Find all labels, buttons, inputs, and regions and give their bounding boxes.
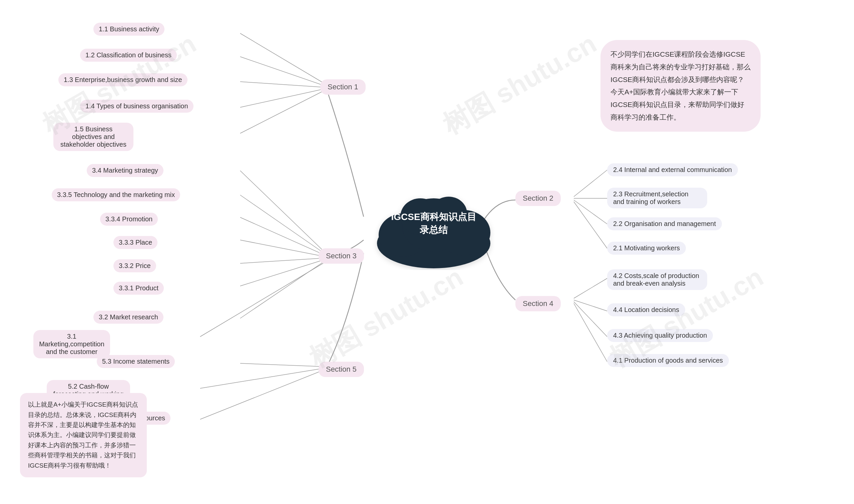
node-3-4: 3.4 Marketing strategy bbox=[87, 164, 163, 177]
svg-line-21 bbox=[574, 300, 607, 311]
node-1-4: 1.4 Types of business organisation bbox=[80, 100, 193, 113]
svg-line-7 bbox=[240, 217, 325, 255]
svg-line-8 bbox=[240, 240, 325, 257]
svg-line-12 bbox=[200, 262, 325, 337]
svg-line-10 bbox=[240, 259, 325, 286]
section2-label: Section 2 bbox=[516, 191, 561, 206]
svg-line-22 bbox=[574, 302, 607, 337]
node-1-2: 1.2 Classification of business bbox=[80, 49, 177, 62]
watermark-3: 树图 shutu.cn bbox=[303, 259, 470, 376]
node-2-1: 2.1 Motivating workers bbox=[607, 242, 686, 255]
node-2-3: 2.3 Recruitment,selection and training o… bbox=[607, 188, 707, 208]
node-5-3: 5.3 Income statements bbox=[97, 355, 175, 368]
node-3-3-4: 3.3.4 Promotion bbox=[100, 213, 158, 226]
node-1-3: 1.3 Enterprise,business growth and size bbox=[58, 73, 188, 86]
svg-line-3 bbox=[240, 89, 325, 107]
section1-label: Section 1 bbox=[320, 79, 366, 95]
node-3-2: 3.2 Market research bbox=[93, 311, 163, 324]
node-4-3: 4.3 Achieving quality production bbox=[607, 329, 713, 342]
cloud-center: IGCSE商科知识点目录总结 bbox=[364, 177, 504, 270]
node-4-4: 4.4 Location decisions bbox=[607, 303, 685, 316]
svg-line-6 bbox=[240, 195, 325, 254]
cloud-title: IGCSE商科知识点目录总结 bbox=[387, 210, 481, 236]
info-bubble: 不少同学们在IGCSE课程阶段会选修IGCSE商科来为自己将来的专业学习打好基础… bbox=[600, 40, 761, 132]
svg-line-23 bbox=[574, 303, 607, 362]
section5-label: Section 5 bbox=[318, 362, 364, 377]
section3-label: Section 3 bbox=[318, 248, 364, 264]
svg-line-18 bbox=[574, 200, 607, 224]
node-4-2: 4.2 Costs,scale of production and break-… bbox=[607, 269, 707, 290]
node-2-2: 2.2 Organisation and management bbox=[607, 217, 722, 230]
svg-line-20 bbox=[574, 278, 607, 298]
svg-line-1 bbox=[240, 57, 325, 86]
watermark-2: 树图 shutu.cn bbox=[436, 26, 603, 143]
node-3-3-3: 3.3.3 Place bbox=[114, 236, 157, 249]
bottom-note: 以上就是A+小编关于IGCSE商科知识点目录的总结。总体来说，IGCSE商科内容… bbox=[20, 393, 147, 477]
svg-line-19 bbox=[574, 202, 607, 248]
node-4-1: 4.1 Production of goods and services bbox=[607, 354, 729, 367]
node-3-3-2: 3.3.2 Price bbox=[114, 259, 156, 272]
node-1-5: 1.5 Business objectives and stakeholder … bbox=[53, 123, 134, 151]
svg-line-0 bbox=[240, 33, 325, 84]
svg-line-14 bbox=[200, 368, 325, 388]
svg-line-15 bbox=[200, 369, 325, 419]
svg-line-9 bbox=[240, 258, 325, 263]
section4-label: Section 4 bbox=[516, 296, 561, 311]
svg-line-4 bbox=[240, 90, 325, 133]
node-3-1: 3.1 Marketing,competition and the custom… bbox=[33, 330, 110, 358]
svg-line-13 bbox=[240, 363, 325, 367]
node-2-4: 2.4 Internal and external communication bbox=[607, 163, 738, 176]
node-3-3-1: 3.3.1 Product bbox=[114, 282, 164, 295]
svg-line-5 bbox=[240, 171, 325, 253]
svg-line-2 bbox=[240, 82, 325, 87]
node-1-1: 1.1 Business activity bbox=[93, 23, 164, 36]
node-3-3-5: 3.3.5 Technology and the marketing mix bbox=[52, 188, 180, 201]
svg-line-11 bbox=[240, 261, 325, 318]
svg-line-16 bbox=[574, 170, 607, 197]
